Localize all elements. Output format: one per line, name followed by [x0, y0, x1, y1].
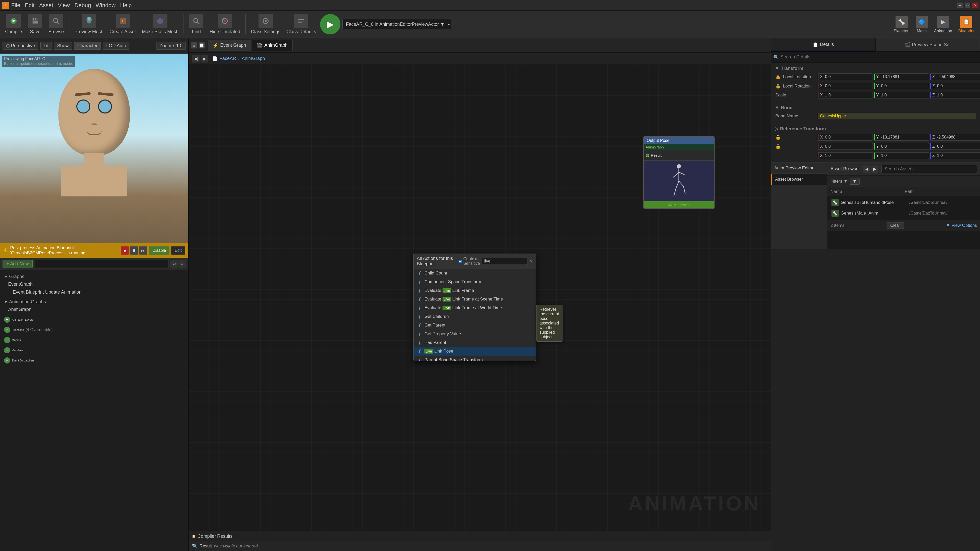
ctx-item-live-link-pose[interactable]: ƒ Live Link Pose [414, 347, 536, 356]
faceAR-icon[interactable]: 📄 [199, 42, 205, 48]
hide-unrelated-button[interactable]: Hide Unrelated [207, 13, 242, 36]
menu-window[interactable]: Window [96, 2, 116, 9]
mesh-button[interactable]: 🔷 Mesh [913, 15, 931, 35]
location-lock-icon[interactable]: 🔒 [775, 75, 781, 79]
blueprint-button[interactable]: 📋 Blueprint [956, 15, 977, 35]
col-name[interactable]: Name [830, 189, 903, 194]
menu-debug[interactable]: Debug [75, 2, 91, 9]
ctx-item-get-children[interactable]: ƒ Get Children [414, 312, 536, 321]
ref-rot-x[interactable] [818, 143, 873, 150]
anim-graph-item[interactable]: AnimGraph [3, 306, 186, 313]
loc-y-field[interactable] [874, 73, 929, 80]
rot-x-field[interactable] [818, 83, 873, 89]
output-pose-node[interactable]: Output Pose AnimGraph Result [643, 136, 714, 209]
make-static-mesh-button[interactable]: Make Static Mesh [140, 13, 180, 36]
details-search-input[interactable] [780, 54, 978, 60]
menu-file[interactable]: File [11, 2, 20, 9]
rotation-lock-icon[interactable]: 🔒 [775, 84, 781, 89]
add-functions[interactable]: + Functions (4 Overridable) [3, 326, 186, 334]
rot-z-field[interactable] [930, 83, 980, 89]
view-options[interactable]: ▼ View Options [946, 223, 977, 228]
character-button[interactable]: Character [74, 42, 101, 50]
add-animation-layers[interactable]: + Animation Layers [3, 316, 186, 324]
compile-button[interactable]: Compile [3, 13, 24, 36]
ref-rot-z[interactable] [930, 143, 980, 150]
create-asset-button[interactable]: + Create Asset [107, 13, 138, 36]
result-pin[interactable]: Result [646, 152, 712, 159]
blueprint-search[interactable] [35, 260, 169, 268]
save-button[interactable]: Save [26, 13, 45, 36]
rot-y-field[interactable] [874, 83, 929, 89]
record-button[interactable]: ● [121, 246, 129, 254]
menu-view[interactable]: View [58, 2, 70, 9]
ctx-item-get-property[interactable]: ƒ Get Property Value [414, 330, 536, 338]
details-tab[interactable]: 📋 Details [771, 38, 876, 51]
skeleton-button[interactable]: 🦴 Skeleton [891, 15, 912, 35]
add-variables[interactable]: + Variables [3, 346, 186, 354]
ctx-item-component-space[interactable]: ƒ Component Space Transform [414, 278, 536, 286]
breadcrumb-faceAR[interactable]: FaceAR [220, 56, 236, 61]
blueprint-settings-icon[interactable]: ⚙ [170, 260, 178, 268]
ctx-item-eval-live-frame[interactable]: ƒ Evaluate Live Link Frame [414, 286, 536, 295]
pause-button[interactable]: ⏸ [130, 246, 138, 254]
ref-scale-x[interactable] [818, 152, 873, 159]
context-close-button[interactable]: × [530, 259, 533, 264]
class-settings-button[interactable]: Class Settings [249, 13, 282, 36]
add-event-dispatchers[interactable]: + Event Dispatchers [3, 356, 186, 365]
loc-x-field[interactable] [818, 73, 873, 80]
ref-scale-z[interactable] [930, 152, 980, 159]
show-button[interactable]: Show [54, 42, 72, 50]
nav-forward[interactable]: ▶ [200, 55, 208, 62]
asset-back-button[interactable]: ◀ [863, 165, 870, 173]
menu-help[interactable]: Help [120, 2, 132, 9]
scale-z-field[interactable] [930, 92, 980, 98]
perspective-button[interactable]: Perspective [3, 42, 38, 50]
context-sensitive-checkbox[interactable]: Context Sensitive [458, 257, 480, 266]
menu-edit[interactable]: Edit [25, 2, 35, 9]
lit-button[interactable]: Lit [40, 42, 52, 50]
asset-browser-tab[interactable]: Asset Browser [771, 174, 827, 185]
animation-button[interactable]: ▶ Animation [932, 15, 955, 35]
ref-loc-y[interactable] [874, 134, 929, 141]
close-button[interactable]: ✕ [972, 3, 978, 8]
edit-button[interactable]: Edit [171, 246, 185, 254]
event-graph-item[interactable]: EventGraph [3, 280, 186, 288]
ctx-item-eval-live-scene[interactable]: ƒ Evaluate Live Link Frame at Scene Time [414, 295, 536, 303]
scale-x-field[interactable] [818, 92, 873, 98]
scale-y-field[interactable] [874, 92, 929, 98]
preview-scene-tab[interactable]: 🎬 Preview Scene Set [876, 38, 980, 51]
home-icon[interactable]: ⌂ [191, 42, 197, 48]
ctx-item-child-count[interactable]: ƒ Child Count [414, 269, 536, 278]
ref-loc-z[interactable] [930, 134, 980, 141]
viewport-canvas[interactable]: Previewing FaceAR_C Bone manipulation is… [0, 54, 188, 258]
step-button[interactable]: ⏭ [139, 246, 147, 254]
context-search-input[interactable] [482, 258, 528, 265]
ctx-item-eval-live-world[interactable]: ƒ Evaluate Live Link Frame at World Time [414, 303, 536, 312]
ref-rot-y[interactable] [874, 143, 929, 150]
asset-search-input[interactable] [881, 165, 977, 173]
ref-scale-y[interactable] [874, 152, 929, 159]
anim-preview-editor-tab[interactable]: Anim Preview Editor [771, 162, 827, 174]
nav-back[interactable]: ◀ [192, 55, 200, 62]
tab-anim-graph[interactable]: 🎬 AnimGraph [252, 40, 293, 51]
tab-event-graph[interactable]: ⚡ Event Graph [208, 40, 251, 51]
ctx-item-has-parent[interactable]: ƒ Has Parent [414, 338, 536, 347]
ctx-checkbox-input[interactable] [458, 260, 462, 263]
debug-dropdown[interactable]: FaceAR_C_0 in AnimationEditorPreviewActo… [342, 19, 451, 29]
filter-dropdown[interactable]: ▼ [850, 178, 859, 185]
blueprint-filter-icon[interactable]: ≡ [179, 260, 186, 268]
preview-mesh-button[interactable]: Preview Mesh [73, 13, 105, 36]
menu-asset[interactable]: Asset [39, 2, 53, 9]
col-path[interactable]: Path [905, 189, 977, 194]
add-macros[interactable]: + Macros [3, 336, 186, 344]
browse-button[interactable]: Browse [46, 13, 66, 36]
loc-z-field[interactable] [930, 73, 980, 80]
event-blueprint-item[interactable]: Event Blueprint Update Animation [3, 288, 186, 296]
asset-item-genesis-anim[interactable]: 🦴 GenesisMale_Anim /Game/DazToUnreal/ [829, 208, 979, 219]
clear-button[interactable]: Clear [886, 222, 904, 229]
asset-item-genesis-pose[interactable]: 🦴 GenesisBToHumanoidPose /Game/DazToUnre… [829, 197, 979, 208]
breadcrumb-animgraph[interactable]: AnimGraph [242, 56, 265, 61]
maximize-button[interactable]: □ [965, 3, 970, 8]
ref-loc-x[interactable] [818, 134, 873, 141]
ctx-item-get-parent[interactable]: ƒ Get Parent [414, 321, 536, 330]
